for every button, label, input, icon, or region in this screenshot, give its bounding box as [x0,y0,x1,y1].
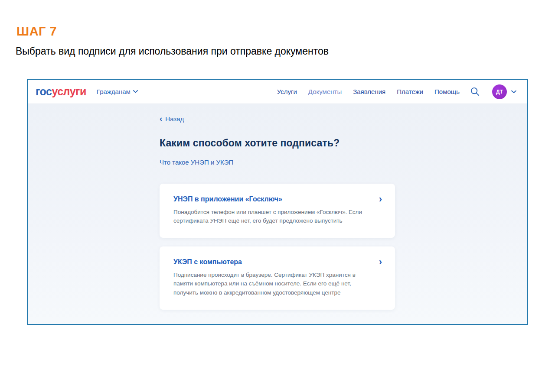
option-card-header: УКЭП с компьютера › [173,258,382,266]
option-title: УНЭП в приложении «Госключ» [173,195,282,203]
nav-item-uslugi[interactable]: Услуги [277,88,297,95]
nav-item-zayavleniya[interactable]: Заявления [353,88,385,95]
audience-selector[interactable]: Гражданам [97,88,138,95]
step-description: Выбрать вид подписи для использования пр… [16,45,329,57]
nav-item-platezhi[interactable]: Платежи [397,88,423,95]
back-chevron-icon: ‹ [160,116,162,122]
user-menu-toggle[interactable] [511,90,516,94]
option-card-ukep[interactable]: УКЭП с компьютера › Подписание происходи… [160,246,395,310]
chevron-down-icon [511,90,516,94]
portal-screenshot-frame: госуслуги Гражданам Услуги Документы Зая… [27,79,528,325]
step-label: ШАГ 7 [16,24,57,39]
page-content-area: ‹ Назад Каким способом хотите подписать?… [28,104,527,324]
chevron-right-icon: › [379,196,382,203]
chevron-down-icon [133,90,138,93]
content-column: ‹ Назад Каким способом хотите подписать?… [160,104,395,310]
option-title: УКЭП с компьютера [173,258,242,266]
search-icon [470,87,480,97]
nav-item-dokumenty[interactable]: Документы [308,88,342,95]
gosuslugi-logo[interactable]: госуслуги [36,85,86,98]
page-title: Каким способом хотите подписать? [160,137,395,149]
user-initials: ДТ [496,89,503,95]
audience-label: Гражданам [97,88,131,95]
back-label: Назад [165,115,184,123]
nav-item-pomosch[interactable]: Помощь [434,88,460,95]
option-description: Понадобится телефон или планшет с прилож… [173,208,372,226]
option-card-unep[interactable]: УНЭП в приложении «Госключ» › Понадобитс… [160,184,395,238]
option-card-header: УНЭП в приложении «Госключ» › [173,195,382,203]
option-description: Подписание происходит в браузере. Сертиф… [173,271,372,297]
logo-part-blue: гос [36,85,52,97]
chevron-right-icon: › [379,259,382,266]
site-header: госуслуги Гражданам Услуги Документы Зая… [28,80,527,104]
back-link[interactable]: ‹ Назад [160,115,184,123]
info-link-unep-ukep[interactable]: Что такое УНЭП и УКЭП [160,159,233,166]
search-button[interactable] [470,87,480,97]
logo-part-red: услуги [52,85,86,97]
user-avatar[interactable]: ДТ [492,84,507,99]
main-nav: Услуги Документы Заявления Платежи Помощ… [277,88,460,95]
